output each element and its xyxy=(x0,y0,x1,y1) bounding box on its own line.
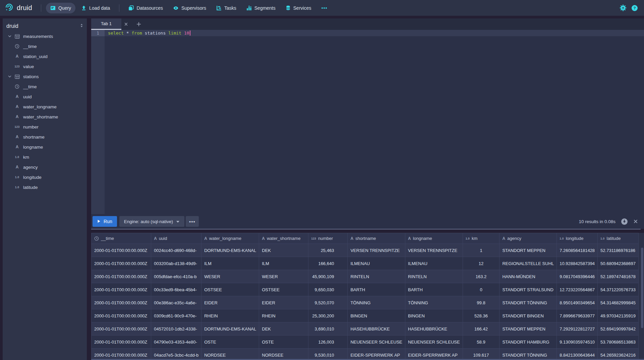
string-type-icon: A xyxy=(16,165,19,169)
query-pane: Tab 1 1 select * from stations limit 10 … xyxy=(91,18,644,360)
tree-column-latitude[interactable]: 1.0latitude xyxy=(3,182,87,192)
tree-column-uuid[interactable]: Auuid xyxy=(3,92,87,102)
results-panel: __timeAuuidAwater_longnameAwater_shortna… xyxy=(91,233,644,360)
table-row[interactable]: 2000-01-01T00:00:00.000Z00c33ed9-6bea-45… xyxy=(92,283,644,296)
cell-shortname: ILMENAU xyxy=(348,257,405,270)
table-row[interactable]: 2000-01-01T00:00:00.000Z04acd7e5-3cbc-4c… xyxy=(92,349,644,360)
column-header-water_longname[interactable]: Awater_longname xyxy=(201,233,259,244)
tree-column-label: latitude xyxy=(23,185,38,190)
cell-uuid: 04572010-1db2-4338- xyxy=(151,322,201,336)
cell-agency: REGIONALSTELLE SUHL xyxy=(500,257,557,270)
chevron-down-icon[interactable] xyxy=(7,34,13,38)
cell-water_longname: RHEIN xyxy=(201,309,259,322)
nav-item-label: Query xyxy=(58,5,71,11)
table-row[interactable]: 2000-01-01T00:00:00.000Z005dfdae-efcc-41… xyxy=(92,270,644,283)
tree-column-station_uuid[interactable]: Astation_uuid xyxy=(3,51,87,61)
nav-item-load-data[interactable]: Load data xyxy=(77,3,114,13)
nav-item-query[interactable]: Query xyxy=(46,3,75,13)
sql-line: select * from stations limit 10 xyxy=(105,30,644,36)
cell-shortname: BINGEN xyxy=(348,309,405,322)
tree-column-label: __time xyxy=(23,84,37,89)
nav-item-tasks[interactable]: Tasks xyxy=(212,3,241,13)
cell-water_longname: DORTMUND-EMS-KANAL xyxy=(201,244,259,257)
tree-column-__time[interactable]: __time xyxy=(3,82,87,92)
table-row[interactable]: 2000-01-01T00:00:00.000Z0309cd61-90c9-47… xyxy=(92,309,644,322)
column-header-latitude[interactable]: 1.0latitude xyxy=(598,233,639,244)
nav-item-label: Load data xyxy=(89,5,110,11)
column-header-longitude[interactable]: 1.0longitude xyxy=(557,233,598,244)
help-icon[interactable]: ? xyxy=(631,5,638,11)
column-header-longname[interactable]: Alongname xyxy=(405,233,463,244)
cell-longname: RINTELN xyxy=(405,270,463,283)
cell-longitude: 8.8421300643644 xyxy=(557,349,598,360)
tree-column-agency[interactable]: Aagency xyxy=(3,162,87,172)
query-more-button[interactable]: ••• xyxy=(186,216,199,227)
tree-column-number[interactable]: 123number xyxy=(3,122,87,132)
string-type-icon: A xyxy=(16,104,19,109)
column-header-agency[interactable]: Aagency xyxy=(500,233,557,244)
nav-item-datasources[interactable]: Datasources xyxy=(124,3,167,13)
run-bar: Run Engine: auto (sql-native) ••• 10 res… xyxy=(91,214,644,229)
tree-column-__time[interactable]: __time xyxy=(3,41,87,51)
supervisors-icon xyxy=(173,5,179,11)
column-header-__time[interactable]: __time xyxy=(92,233,151,244)
column-header-km[interactable]: 1.0km xyxy=(463,233,500,244)
tree-column-km[interactable]: 1.0km xyxy=(3,152,87,162)
nav-item-segments[interactable]: Segments xyxy=(242,3,280,13)
cell-shortname: TÖNNING xyxy=(348,296,405,309)
cell-longitude: 9.0817049396446 xyxy=(557,270,598,283)
string-type-icon: A xyxy=(16,94,19,99)
table-row[interactable]: 2000-01-01T00:00:00.000Z04572010-1db2-43… xyxy=(92,322,644,336)
cell-latitude: 54.265923624216 xyxy=(598,349,639,360)
add-tab-icon[interactable] xyxy=(134,18,143,30)
tab-close-icon[interactable] xyxy=(121,18,131,30)
table-row[interactable]: 2000-01-01T00:00:00.000Z00e386ac-e35c-4a… xyxy=(92,296,644,309)
table-icon xyxy=(13,74,21,79)
nav-item-supervisors[interactable]: Supervisors xyxy=(169,3,211,13)
tree-column-water_shortname[interactable]: Awater_shortname xyxy=(3,112,87,122)
nav-item-more[interactable] xyxy=(317,3,332,13)
tree-table-measurements[interactable]: measurements xyxy=(3,31,87,41)
tab-1[interactable]: Tab 1 xyxy=(91,18,121,30)
more-icon xyxy=(321,7,327,9)
column-header-shortname[interactable]: Ashortname xyxy=(348,233,405,244)
results-vertical-scrollbar[interactable] xyxy=(641,248,643,328)
tree-column-longitude[interactable]: 1.0longitude xyxy=(3,172,87,182)
cell-km: 58.9 xyxy=(463,336,500,349)
cell-longname: VERSEN TRENNSPITZE xyxy=(405,244,463,257)
cell-number: 25,463 xyxy=(308,244,348,257)
string-type-icon: A xyxy=(262,236,265,241)
column-header-number[interactable]: 123number xyxy=(308,233,348,244)
engine-dropdown[interactable]: Engine: auto (sql-native) xyxy=(119,216,184,227)
double-caret-icon[interactable] xyxy=(80,23,83,29)
pane-splitter[interactable] xyxy=(91,229,641,229)
column-header-label: longitude xyxy=(566,236,584,241)
tree-column-value[interactable]: 123value xyxy=(3,61,87,71)
sql-token: 10 xyxy=(184,30,189,36)
nav-item-label: Supervisors xyxy=(181,5,206,11)
cell-uuid: 005dfdae-efcc-410a-b xyxy=(151,270,201,283)
close-results-icon[interactable] xyxy=(633,219,638,224)
cell-__time: 2000-01-01T00:00:00.000Z xyxy=(92,322,151,336)
download-icon[interactable] xyxy=(621,218,628,225)
chevron-down-icon[interactable] xyxy=(7,74,13,79)
column-header-water_shortname[interactable]: Awater_shortname xyxy=(259,233,308,244)
sql-editor[interactable]: select * from stations limit 10 xyxy=(105,30,644,214)
schema-title: druid xyxy=(6,23,18,29)
table-row[interactable]: 2000-01-01T00:00:00.000Z04790e03-4353-4e… xyxy=(92,336,644,349)
druid-logo-icon xyxy=(5,3,14,13)
gear-icon[interactable] xyxy=(620,5,626,11)
row-filler xyxy=(639,336,644,349)
tree-column-water_longname[interactable]: Awater_longname xyxy=(3,102,87,112)
tree-column-shortname[interactable]: Ashortname xyxy=(3,132,87,142)
table-row[interactable]: 2000-01-01T00:00:00.000Z003200ab-d138-49… xyxy=(92,257,644,270)
upload-icon xyxy=(81,5,86,11)
tree-column-longname[interactable]: Alongname xyxy=(3,142,87,152)
text-cursor xyxy=(190,31,190,36)
column-header-uuid[interactable]: Auuid xyxy=(151,233,201,244)
table-row[interactable]: 2000-01-01T00:00:00.000Z0024cc40-d690-46… xyxy=(92,244,644,257)
run-button[interactable]: Run xyxy=(93,216,117,227)
nav-item-services[interactable]: Services xyxy=(281,3,316,13)
tree-table-stations[interactable]: stations xyxy=(3,71,87,82)
cell-longname: BARTH xyxy=(405,283,463,296)
